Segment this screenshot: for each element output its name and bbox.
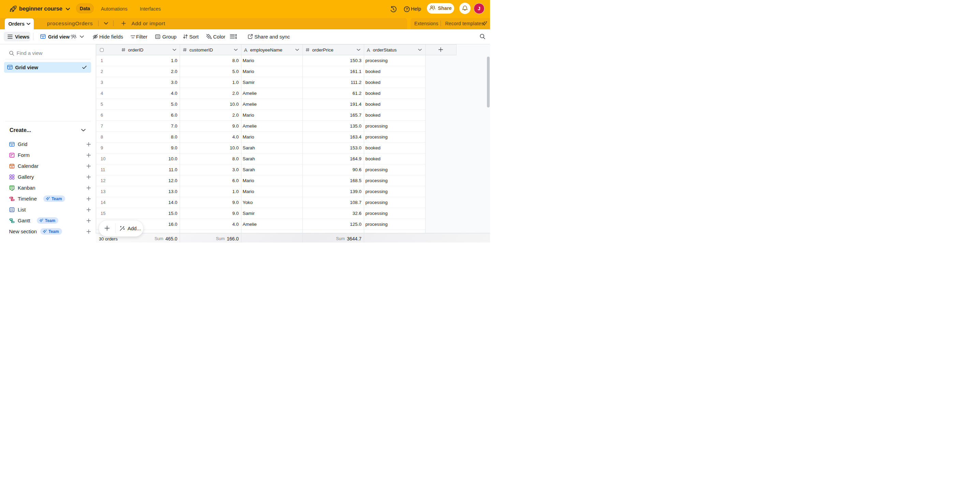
svg-text:?: ? xyxy=(406,7,408,11)
svg-text:31: 31 xyxy=(11,166,13,168)
